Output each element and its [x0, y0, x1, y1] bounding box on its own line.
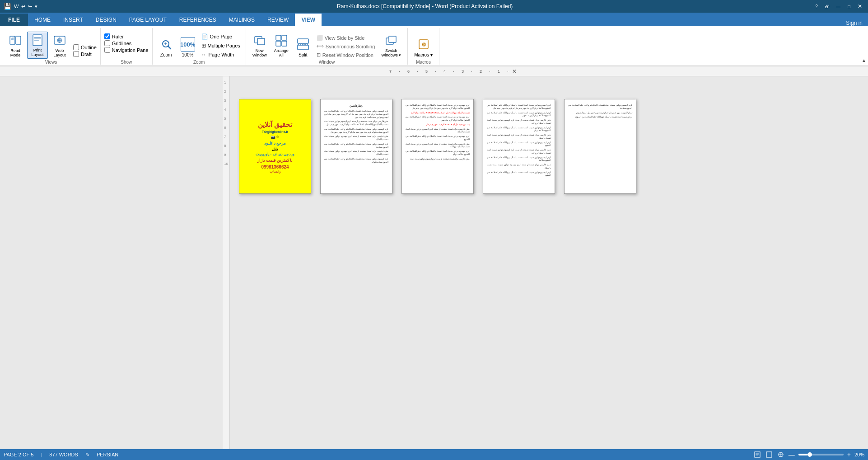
minimize-button[interactable]: — — [834, 2, 843, 11]
split-icon — [296, 37, 310, 52]
left-ruler: 12345 678910 — [223, 76, 230, 450]
one-page-button[interactable]: 📄 One Page — [200, 33, 242, 41]
reset-window-position-button[interactable]: ⊡ Reset Window Position — [315, 51, 377, 59]
macros-button[interactable]: ⚙ Macros ▾ — [411, 36, 435, 59]
tab-references[interactable]: REFERENCES — [173, 14, 223, 26]
zoom100-label: 100% — [182, 52, 194, 58]
split-button[interactable]: Split — [293, 36, 313, 59]
word-count: 877 WORDS — [49, 452, 78, 457]
page-4-content: لرم ایپسوم دولور سیت امت تتست بالملک تو … — [483, 99, 555, 182]
switch-windows-icon — [384, 33, 398, 48]
ruler-close-button[interactable]: ✕ — [512, 68, 517, 75]
zoom-label: Zoom — [160, 52, 172, 58]
page-3: لرم ایپسوم دولور سیت امت تتست بالملک تو … — [401, 99, 474, 194]
close-button[interactable]: ✕ — [855, 2, 864, 11]
outline-checkbox[interactable] — [73, 44, 79, 50]
document-area: 12345 678910 تحقیق آنلاین Tahghighonline… — [0, 76, 868, 450]
navpane-checkbox[interactable] — [104, 47, 110, 53]
zoom100-button[interactable]: 100% 100% — [178, 36, 198, 59]
draft-checkbox[interactable] — [73, 51, 79, 57]
maximize-button[interactable]: □ — [845, 2, 854, 11]
sign-in-link[interactable]: Sign in — [840, 20, 868, 26]
macros-icon: ⚙ — [416, 37, 431, 52]
gridlines-checkbox[interactable] — [104, 40, 110, 46]
ribbon-expand-button[interactable]: ▲ — [862, 58, 866, 63]
tab-review[interactable]: REVIEW — [261, 14, 295, 26]
zoom-slider[interactable] — [798, 454, 844, 455]
read-mode-button[interactable]: ReadMode — [5, 33, 25, 59]
zoom-decrease-button[interactable]: — — [789, 451, 795, 458]
web-layout-button[interactable]: WebLayout — [50, 33, 70, 59]
ruler-area: 7 · 6 · 5 · 4 · 3 · 2 · 1 · ✕ — [0, 66, 868, 76]
web-view-button[interactable] — [777, 451, 785, 459]
navpane-label: Navigation Pane — [112, 47, 149, 53]
view-side-by-side-button[interactable]: ⬜ View Side by Side — [315, 34, 377, 42]
svg-rect-0 — [10, 36, 15, 44]
page-width-icon: ↔ — [201, 52, 207, 58]
tab-view[interactable]: VIEW — [295, 14, 322, 26]
ribbon-content: ReadMode PrintLayout WebLayout — [0, 26, 868, 66]
svg-rect-19 — [257, 38, 265, 45]
split-label: Split — [299, 52, 307, 58]
ad-title: تحقیق آنلاین — [258, 120, 292, 129]
tab-page-layout[interactable]: PAGE LAYOUT — [123, 14, 173, 26]
zoom-slider-fill — [798, 454, 807, 455]
synchronous-scrolling-button[interactable]: ⟺ Synchronous Scrolling — [315, 42, 377, 50]
ruler-numbers: 7 · 6 · 5 · 4 · 3 · 2 · 1 · ✕ — [386, 68, 517, 75]
help-button[interactable]: ? — [812, 2, 821, 11]
ad-content: تحقیق آنلاین Tahghighonline.ir 📷 ✈ مرجع … — [239, 99, 311, 193]
new-window-button[interactable]: NewWindow — [250, 33, 270, 59]
print-view-button[interactable] — [753, 451, 761, 459]
one-page-icon: 📄 — [201, 33, 208, 40]
print-layout-button[interactable]: PrintLayout — [27, 32, 48, 59]
new-window-icon — [252, 33, 267, 48]
sync-scroll-icon: ⟺ — [317, 43, 324, 49]
ad-formats: ورد-پی دی اف - پاورپوینت — [256, 152, 294, 156]
gridlines-check[interactable]: Gridlines — [104, 40, 149, 46]
zoom-button[interactable]: Zoom — [156, 36, 176, 59]
macros-group-label: Macros — [411, 59, 435, 65]
svg-rect-22 — [276, 41, 281, 46]
window-group-label: Window — [250, 59, 404, 65]
one-page-label: One Page — [210, 34, 233, 39]
multiple-pages-button[interactable]: ⊞ Multiple Pages — [200, 42, 242, 50]
outline-check[interactable]: Outline — [73, 44, 97, 50]
ruler-checkbox[interactable] — [104, 33, 110, 39]
arrange-all-button[interactable]: ArrangeAll — [271, 33, 291, 59]
tab-file[interactable]: FILE — [0, 14, 28, 26]
svg-text:⚙: ⚙ — [421, 42, 426, 48]
outline-label: Outline — [81, 45, 97, 50]
full-screen-button[interactable] — [765, 451, 773, 459]
web-layout-icon — [52, 33, 67, 48]
proofing-icon[interactable]: ✎ — [85, 452, 89, 458]
zoom-slider-thumb[interactable] — [807, 452, 812, 457]
pages-container: تحقیق آنلاین Tahghighonline.ir 📷 ✈ مرجع … — [230, 90, 645, 203]
reset-window-label: Reset Window Position — [322, 52, 373, 58]
restore-button[interactable]: 🗗 — [823, 2, 832, 11]
tab-insert[interactable]: INSERT — [57, 14, 89, 26]
tab-design[interactable]: DESIGN — [89, 14, 123, 26]
ruler-check[interactable]: Ruler — [104, 33, 149, 39]
tab-home[interactable]: HOME — [28, 14, 57, 26]
page-width-button[interactable]: ↔ Page Width — [200, 51, 242, 59]
ad-icons: 📷 ✈ — [271, 135, 280, 139]
views-buttons: ReadMode PrintLayout WebLayout — [5, 28, 97, 59]
zoom-increase-button[interactable]: + — [847, 451, 851, 458]
window-controls[interactable]: ? 🗗 — □ ✕ — [812, 2, 864, 11]
zoom-group-label: Zoom — [156, 59, 242, 65]
page-width-label: Page Width — [209, 52, 234, 57]
svg-rect-24 — [298, 39, 308, 43]
ribbon-tab-bar: FILE HOME INSERT DESIGN PAGE LAYOUT REFE… — [0, 13, 868, 26]
draft-label: Draft — [81, 52, 92, 57]
status-bar: PAGE 2 OF 5 | 877 WORDS ✎ PERSIAN — + 20… — [0, 449, 868, 460]
tab-mailings[interactable]: MAILINGS — [223, 14, 261, 26]
show-group-label: Show — [104, 59, 149, 65]
arrange-all-icon — [274, 33, 289, 48]
ad-url: Tahghighonline.ir — [262, 130, 288, 133]
svg-rect-35 — [766, 452, 772, 457]
switch-windows-button[interactable]: SwitchWindows ▾ — [378, 33, 404, 59]
views-group-label: Views — [5, 59, 97, 65]
web-layout-label: WebLayout — [53, 49, 65, 58]
navpane-check[interactable]: Navigation Pane — [104, 47, 149, 53]
draft-check[interactable]: Draft — [73, 51, 97, 57]
